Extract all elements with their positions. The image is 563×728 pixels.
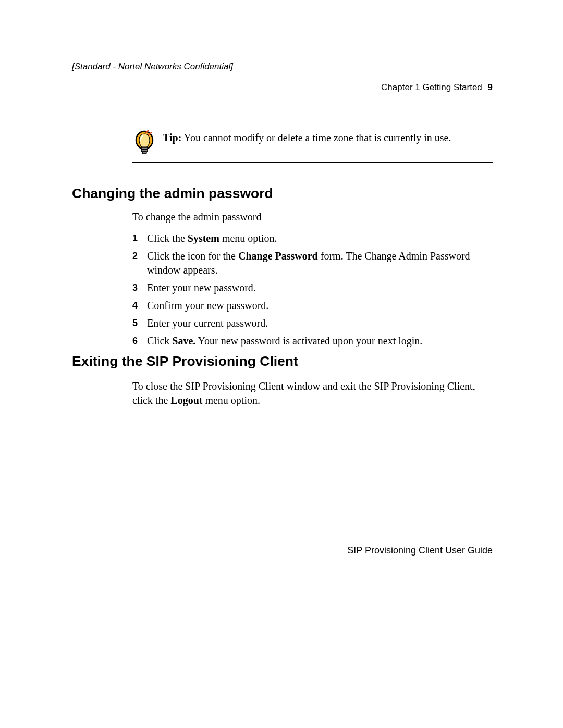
step-text: Enter your new password. <box>147 281 493 295</box>
step-number: 2 <box>132 249 147 277</box>
bold-text: System <box>188 232 219 244</box>
text-segment: Your new password is activated upon your… <box>195 335 422 347</box>
list-item: 2 Click the icon for the Change Password… <box>132 249 493 277</box>
tip-box: Tip: You cannot modify or delete a time … <box>132 122 493 163</box>
text-segment: Click <box>147 335 172 347</box>
bold-text: Logout <box>170 394 202 406</box>
text-segment: Confirm your new password. <box>147 300 268 311</box>
chapter-label: Chapter 1 Getting Started <box>381 82 482 92</box>
text-segment: Enter your new password. <box>147 282 256 293</box>
tip-body: You cannot modify or delete a time zone … <box>184 132 451 143</box>
confidential-header: [Standard - Nortel Networks Confidential… <box>72 61 233 72</box>
list-item: 5 Enter your current password. <box>132 316 493 330</box>
lightbulb-icon <box>132 130 156 157</box>
bold-text: Change Password <box>238 250 318 262</box>
list-item: 1 Click the System menu option. <box>132 231 493 245</box>
page-content: [Standard - Nortel Networks Confidential… <box>72 0 493 728</box>
step-text: Click the System menu option. <box>147 231 493 245</box>
step-number: 3 <box>132 281 147 295</box>
svg-rect-3 <box>142 152 146 154</box>
step-text: Enter your current password. <box>147 316 493 330</box>
page-number: 9 <box>488 82 493 92</box>
text-segment: menu option. <box>202 394 260 406</box>
step-number: 6 <box>132 334 147 348</box>
section2-paragraph: To close the SIP Provisioning Client win… <box>132 379 493 408</box>
section-heading-exiting-client: Exiting the SIP Provisioning Client <box>72 353 298 369</box>
section1-intro: To change the admin password <box>132 210 493 224</box>
list-item: 4 Confirm your new password. <box>132 299 493 313</box>
tip-label: Tip: <box>163 132 181 143</box>
step-number: 5 <box>132 316 147 330</box>
text-segment: menu option. <box>219 232 277 244</box>
step-text: Click the icon for the Change Password f… <box>147 249 493 277</box>
list-item: 6 Click Save. Your new password is activ… <box>132 334 493 348</box>
tip-text: Tip: You cannot modify or delete a time … <box>163 131 493 145</box>
steps-list: 1 Click the System menu option. 2 Click … <box>132 231 493 352</box>
list-item: 3 Enter your new password. <box>132 281 493 295</box>
text-segment: Click the icon for the <box>147 250 238 262</box>
section-heading-changing-password: Changing the admin password <box>72 186 273 202</box>
step-text: Click Save. Your new password is activat… <box>147 334 493 348</box>
step-number: 1 <box>132 231 147 245</box>
bold-text: Save. <box>172 335 195 347</box>
footer-text: SIP Provisioning Client User Guide <box>347 545 493 556</box>
step-number: 4 <box>132 299 147 313</box>
text-segment: Enter your current password. <box>147 317 268 329</box>
footer-rule <box>72 539 493 539</box>
header-rule <box>72 94 493 94</box>
step-text: Confirm your new password. <box>147 299 493 313</box>
text-segment: Click the <box>147 232 188 244</box>
chapter-header: Chapter 1 Getting Started 9 <box>381 82 493 93</box>
